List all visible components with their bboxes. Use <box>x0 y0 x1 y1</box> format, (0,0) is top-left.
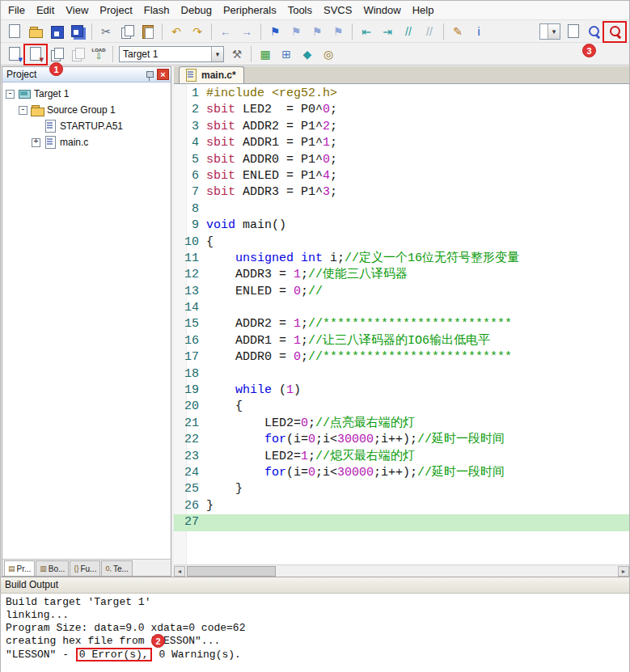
translate-button[interactable] <box>5 44 24 64</box>
line-number[interactable]: 2 <box>174 102 206 118</box>
line-number[interactable]: 5 <box>174 152 206 168</box>
menu-tools[interactable]: Tools <box>282 2 318 19</box>
new-file-button[interactable] <box>5 22 24 41</box>
line-number[interactable]: 15 <box>174 316 206 332</box>
line-number[interactable]: 7 <box>174 184 206 201</box>
previous-bookmark-button[interactable]: ⚑ <box>286 22 306 41</box>
code-line[interactable]: 23 LED2=1;//熄灭最右端的灯 <box>174 449 629 465</box>
configure-flash-tools-button[interactable]: ✎ <box>448 22 467 41</box>
clear-bookmarks-button[interactable]: ⚑ <box>328 22 348 41</box>
line-number[interactable]: 6 <box>174 168 206 184</box>
pin-icon[interactable] <box>142 69 155 81</box>
toggle-bookmark-button[interactable]: ⚑ <box>265 22 285 41</box>
expand-toggle-icon[interactable]: + <box>32 138 40 147</box>
code-line[interactable]: 19 while (1) <box>174 382 629 399</box>
menu-edit[interactable]: Edit <box>31 2 60 19</box>
menu-debug[interactable]: Debug <box>175 2 218 19</box>
collapse-toggle-icon[interactable]: - <box>19 106 27 115</box>
books-button[interactable]: ◎ <box>319 44 338 64</box>
line-number[interactable]: 1 <box>174 86 206 102</box>
menu-project[interactable]: Project <box>94 2 137 19</box>
code-line[interactable]: 15 ADDR2 = 1;//*************************… <box>174 316 629 332</box>
line-number[interactable]: 21 <box>174 416 206 432</box>
undo-button[interactable]: ↶ <box>167 22 186 41</box>
panel-tab-bo[interactable]: ▥Bo... <box>36 560 69 576</box>
tree-item-source-group-1[interactable]: -Source Group 1 <box>2 102 171 118</box>
navigate-back-button[interactable]: ← <box>216 22 235 41</box>
save-button[interactable] <box>47 22 66 41</box>
line-number[interactable]: 22 <box>174 432 206 448</box>
build-output-body[interactable]: Build target 'Target 1'linking...Program… <box>1 594 629 672</box>
chevron-down-icon[interactable]: ▾ <box>548 24 560 39</box>
incremental-find-button[interactable] <box>585 22 604 41</box>
line-number[interactable]: 26 <box>174 498 206 514</box>
close-icon[interactable]: × <box>157 69 169 80</box>
line-number[interactable]: 4 <box>174 135 206 151</box>
panel-tab-fu[interactable]: {}Fu... <box>70 560 100 576</box>
help-info-button[interactable]: i <box>469 22 488 41</box>
code-line[interactable]: 8 <box>174 201 629 218</box>
line-number[interactable]: 10 <box>174 235 206 251</box>
line-number[interactable]: 20 <box>174 399 206 415</box>
editor-tab-main-c[interactable]: main.c* <box>179 66 244 83</box>
scroll-right-icon[interactable]: ► <box>618 566 629 577</box>
code-line[interactable]: 9void main() <box>174 218 629 234</box>
line-number[interactable]: 8 <box>174 201 206 218</box>
find-button[interactable] <box>564 22 583 41</box>
chevron-down-icon[interactable]: ▾ <box>211 47 223 61</box>
menu-help[interactable]: Help <box>407 2 440 19</box>
menu-flash[interactable]: Flash <box>138 2 175 19</box>
line-number[interactable]: 9 <box>174 218 206 234</box>
tree-item-target-1[interactable]: -Target 1 <box>2 86 171 102</box>
horizontal-scrollbar[interactable]: ◄ ► <box>174 564 629 577</box>
line-number[interactable]: 24 <box>174 465 206 481</box>
pack-installer-button[interactable]: ◆ <box>298 44 317 64</box>
open-file-button[interactable] <box>26 22 45 41</box>
code-line[interactable]: 13 ENLED = 0;// <box>174 284 629 300</box>
code-line[interactable]: 27 <box>174 514 629 530</box>
comment-selection-button[interactable]: // <box>399 22 418 41</box>
panel-tab-pr[interactable]: ▤Pr... <box>4 560 35 576</box>
code-line[interactable]: 10{ <box>174 235 629 251</box>
build-button[interactable] <box>26 44 45 64</box>
code-line[interactable]: 12 ADDR3 = 1;//使能三八译码器 <box>174 267 629 283</box>
tree-item-startup-a51[interactable]: STARTUP.A51 <box>2 118 171 134</box>
find-in-files-button[interactable] <box>606 22 625 41</box>
code-line[interactable]: 22 for(i=0;i<30000;i++);//延时一段时间 <box>174 432 629 448</box>
code-line[interactable]: 18 <box>174 366 629 382</box>
scroll-left-icon[interactable]: ◄ <box>174 566 185 577</box>
code-line[interactable]: 6sbit ENLED = P1^4; <box>174 168 629 184</box>
save-all-button[interactable] <box>68 22 87 41</box>
line-number[interactable]: 17 <box>174 349 206 366</box>
code-line[interactable]: 24 for(i=0;i<30000;i++);//延时一段时间 <box>174 465 629 481</box>
paste-button[interactable] <box>138 22 158 41</box>
manage-rte-button[interactable]: ⊞ <box>277 44 296 64</box>
code-line[interactable]: 17 ADDR0 = 0;//*************************… <box>174 349 629 366</box>
code-line[interactable]: 20 { <box>174 399 629 415</box>
target-select[interactable]: Target 1▾ <box>119 46 224 62</box>
manage-project-items-button[interactable]: ▦ <box>256 44 275 64</box>
line-number[interactable]: 14 <box>174 300 206 316</box>
scrollbar-thumb[interactable] <box>187 566 276 577</box>
options-for-target-button[interactable]: ⚒ <box>227 44 247 64</box>
tree-item-main-c[interactable]: +main.c <box>2 134 171 150</box>
code-line[interactable]: 4sbit ADDR1 = P1^1; <box>174 135 629 151</box>
line-number[interactable]: 27 <box>174 514 206 530</box>
line-number[interactable]: 19 <box>174 382 206 399</box>
line-number[interactable]: 23 <box>174 449 206 465</box>
next-bookmark-button[interactable]: ⚑ <box>307 22 327 41</box>
code-line[interactable]: 25 } <box>174 481 629 497</box>
menu-file[interactable]: File <box>2 2 31 19</box>
menu-view[interactable]: View <box>60 2 94 19</box>
code-line[interactable]: 2sbit LED2 = P0^0; <box>174 102 629 118</box>
cut-button[interactable]: ✂ <box>96 22 116 41</box>
copy-button[interactable] <box>117 22 137 41</box>
menu-window[interactable]: Window <box>357 2 406 19</box>
code-line[interactable]: 5sbit ADDR0 = P1^0; <box>174 152 629 168</box>
code-line[interactable]: 16 ADDR1 = 1;//让三八译码器的IO6输出低电平 <box>174 333 629 349</box>
menu-svcs[interactable]: SVCS <box>318 2 357 19</box>
panel-tab-te[interactable]: 0,Te... <box>101 560 132 576</box>
line-number[interactable]: 13 <box>174 284 206 300</box>
download-button[interactable] <box>89 44 108 64</box>
redo-button[interactable]: ↷ <box>188 22 207 41</box>
